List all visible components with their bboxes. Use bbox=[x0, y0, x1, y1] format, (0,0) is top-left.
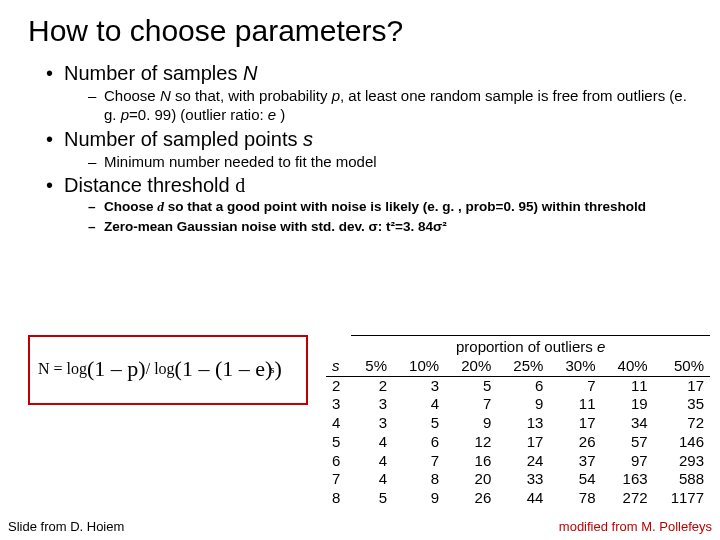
table-row: 33479111935 bbox=[326, 395, 710, 414]
table-row: 435913173472 bbox=[326, 414, 710, 433]
table-row: 2235671117 bbox=[326, 376, 710, 395]
bullet-points: Number of sampled points s bbox=[46, 128, 692, 151]
page-title: How to choose parameters? bbox=[28, 14, 692, 48]
bullet-threshold: Distance threshold d bbox=[46, 174, 692, 197]
bullet-threshold-sub2: Zero-mean Gaussian noise with std. dev. … bbox=[88, 219, 692, 236]
formula-box: N = log(1 – p)/ log(1 – (1 – e)s) bbox=[28, 335, 308, 405]
footer-credit-right: modified from M. Pollefeys bbox=[559, 519, 712, 534]
bullet-threshold-sub1: Choose d so that a good point with noise… bbox=[88, 199, 692, 216]
table-row: 54612172657146 bbox=[326, 433, 710, 452]
table-row: 748203354163588 bbox=[326, 470, 710, 489]
table-row: 8592644782721177 bbox=[326, 489, 710, 508]
bullet-points-sub: Minimum number needed to fit the model bbox=[88, 153, 692, 172]
bullet-samples-sub: Choose N so that, with probability p, at… bbox=[88, 87, 692, 125]
footer-credit-left: Slide from D. Hoiem bbox=[8, 519, 124, 534]
table-row: 64716243797293 bbox=[326, 452, 710, 471]
bullet-samples: Number of samples N bbox=[46, 62, 692, 85]
outlier-table: proportion of outliers es5%10%20%25%30%4… bbox=[326, 335, 710, 508]
